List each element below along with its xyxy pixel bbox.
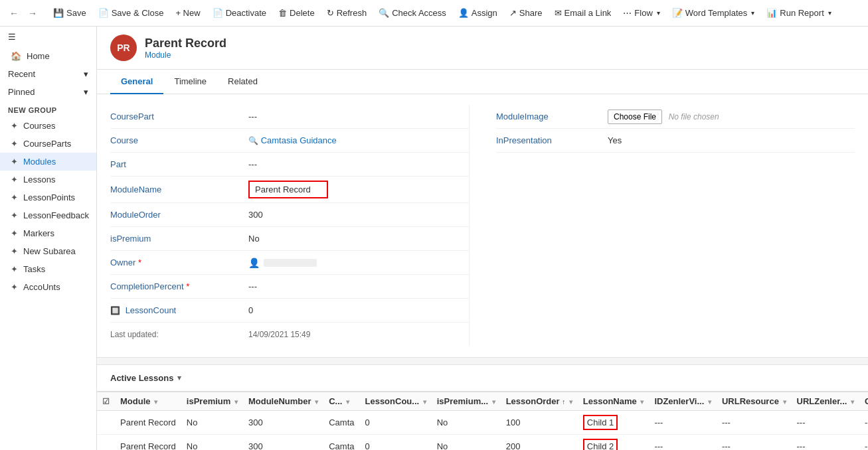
last-updated-label: Last updated: bbox=[110, 326, 243, 343]
course-row: Course 🔍 Camtasia Guidance bbox=[110, 129, 469, 153]
no-file-text: No file chosen bbox=[669, 112, 719, 121]
col-guid[interactable]: GUIDStrea... ▾ bbox=[859, 392, 868, 411]
lesson-count-info-icon: 🔲 bbox=[110, 306, 120, 315]
assign-button[interactable]: 👤 Assign bbox=[453, 5, 503, 21]
nav-back-button[interactable]: ← bbox=[5, 5, 23, 21]
part-row: Part --- bbox=[110, 153, 469, 177]
col-id-zenler[interactable]: IDZenlerVi... ▾ bbox=[649, 392, 717, 411]
sidebar-item-home[interactable]: 🏠 Home bbox=[0, 47, 96, 65]
save-icon: 💾 bbox=[53, 8, 64, 18]
sidebar-item-modules[interactable]: ✦ Modules bbox=[0, 153, 96, 171]
nav-forward-button[interactable]: → bbox=[24, 5, 41, 21]
tab-timeline[interactable]: Timeline bbox=[163, 70, 217, 94]
save-close-button[interactable]: 📄 Save & Close bbox=[93, 5, 169, 21]
choose-file-button[interactable]: Choose File bbox=[608, 110, 662, 124]
owner-value: 👤 bbox=[243, 254, 469, 272]
cell-c: Camta bbox=[323, 435, 359, 451]
sidebar-item-accounts[interactable]: ✦ AccoUnts bbox=[0, 278, 96, 296]
courses-icon: ✦ bbox=[11, 121, 18, 131]
module-name-highlighted[interactable]: Parent Record bbox=[248, 181, 328, 198]
col-url-zenler[interactable]: URLZenler... ▾ bbox=[792, 392, 859, 411]
sidebar: ☰ 🏠 Home Recent ▾ Pinned ▾ New Group ✦ C… bbox=[0, 27, 97, 450]
new-group-label: New Group bbox=[0, 101, 96, 117]
course-label: Course bbox=[110, 131, 243, 149]
lessons-icon: ✦ bbox=[11, 175, 18, 185]
active-lessons-chevron-icon[interactable]: ▾ bbox=[177, 374, 181, 382]
sidebar-item-lessons[interactable]: ✦ Lessons bbox=[0, 171, 96, 188]
in-presentation-label: InPresentation bbox=[496, 131, 602, 149]
main-layout: ☰ 🏠 Home Recent ▾ Pinned ▾ New Group ✦ C… bbox=[0, 27, 868, 450]
delete-button[interactable]: 🗑 Delete bbox=[273, 5, 320, 21]
cell-module: Parent Record bbox=[115, 411, 181, 435]
active-lessons-header: Active Lessons ▾ bbox=[97, 365, 868, 392]
col-lesson-order[interactable]: LessonOrder ▾ bbox=[501, 392, 578, 411]
cell-module-number: 300 bbox=[243, 411, 323, 435]
sidebar-item-new-subarea[interactable]: ✦ New Subarea bbox=[0, 242, 96, 260]
deactivate-button[interactable]: 📄 Deactivate bbox=[207, 5, 272, 21]
sidebar-item-tasks[interactable]: ✦ Tasks bbox=[0, 260, 96, 278]
sidebar-recent-header[interactable]: Recent ▾ bbox=[0, 65, 96, 83]
check-access-icon: 🔍 bbox=[379, 8, 389, 18]
record-header: PR Parent Record Module bbox=[97, 27, 868, 70]
lesson-count-value: 0 bbox=[243, 301, 469, 319]
sidebar-item-lesson-points[interactable]: ✦ LessonPoints bbox=[0, 188, 96, 206]
col-is-premium[interactable]: isPremium ▾ bbox=[181, 392, 243, 411]
col-c[interactable]: C... ▾ bbox=[323, 392, 359, 411]
col-url-resource[interactable]: URLResource ▾ bbox=[717, 392, 792, 411]
cell-url-zenler: --- bbox=[792, 411, 859, 435]
sidebar-item-lesson-feedback[interactable]: ✦ LessonFeedback bbox=[0, 206, 96, 224]
home-icon: 🏠 bbox=[11, 51, 21, 61]
tab-general[interactable]: General bbox=[110, 70, 163, 94]
run-report-icon: 📊 bbox=[766, 8, 777, 18]
refresh-button[interactable]: ↻ Refresh bbox=[321, 5, 373, 21]
course-part-label: CoursePart bbox=[110, 108, 243, 125]
check-access-button[interactable]: 🔍 Check Access bbox=[373, 5, 452, 21]
module-col-arrow: ▾ bbox=[154, 398, 157, 406]
sidebar-item-markers[interactable]: ✦ Markers bbox=[0, 224, 96, 242]
sidebar-pinned-header[interactable]: Pinned ▾ bbox=[0, 83, 96, 101]
col-check: ☑ bbox=[97, 392, 115, 411]
tab-related[interactable]: Related bbox=[217, 70, 268, 94]
lesson-count-label: 🔲 LessonCount bbox=[110, 301, 243, 319]
section-divider bbox=[97, 357, 868, 365]
owner-icon: 👤 bbox=[248, 258, 260, 268]
flow-icon: ⋯ bbox=[623, 8, 632, 18]
course-link[interactable]: Camtasia Guidance bbox=[261, 135, 337, 145]
url-zenler-col-arrow: ▾ bbox=[851, 398, 854, 406]
share-button[interactable]: ↗ Share bbox=[504, 5, 548, 21]
run-report-button[interactable]: 📊 Run Report ▾ bbox=[761, 5, 836, 21]
email-icon: ✉ bbox=[555, 8, 562, 18]
col-module[interactable]: Module ▾ bbox=[115, 392, 181, 411]
sidebar-hamburger[interactable]: ☰ bbox=[0, 27, 96, 47]
avatar: PR bbox=[110, 35, 137, 61]
col-lesson-name[interactable]: LessonName ▾ bbox=[578, 392, 650, 411]
word-templates-button[interactable]: 📝 Word Templates ▾ bbox=[667, 5, 760, 21]
new-button[interactable]: + New bbox=[170, 5, 205, 21]
checkbox-icon[interactable]: ☑ bbox=[102, 397, 110, 406]
c-col-arrow: ▾ bbox=[346, 398, 349, 406]
save-button[interactable]: 💾 Save bbox=[48, 5, 92, 21]
nav-buttons: ← → bbox=[5, 5, 41, 21]
cell-lesson-order: 200 bbox=[501, 435, 578, 451]
col-is-premium2[interactable]: isPremium... ▾ bbox=[432, 392, 501, 411]
tabs: General Timeline Related bbox=[97, 70, 868, 94]
email-link-button[interactable]: ✉ Email a Link bbox=[549, 5, 617, 21]
is-premium2-col-arrow: ▾ bbox=[492, 398, 495, 406]
col-lesson-count[interactable]: LessonCou... ▾ bbox=[359, 392, 431, 411]
word-templates-dropdown-arrow: ▾ bbox=[751, 9, 754, 17]
module-name-value: Parent Record bbox=[243, 177, 469, 202]
sidebar-item-courses[interactable]: ✦ Courses bbox=[0, 117, 96, 135]
col-module-number[interactable]: ModuleNumber ▾ bbox=[243, 392, 323, 411]
sidebar-item-course-parts[interactable]: ✦ CourseParts bbox=[0, 135, 96, 153]
id-zenler-col-arrow: ▾ bbox=[708, 398, 711, 406]
table-header: ☑ Module ▾ isPremium ▾ ModuleN bbox=[97, 392, 868, 411]
module-image-label: ModuleImage bbox=[496, 108, 602, 125]
flow-button[interactable]: ⋯ Flow ▾ bbox=[618, 5, 665, 21]
cell-is-premium2: No bbox=[432, 411, 501, 435]
hamburger-icon: ☰ bbox=[8, 32, 16, 42]
course-value: 🔍 Camtasia Guidance bbox=[243, 131, 469, 149]
in-presentation-value: Yes bbox=[602, 131, 855, 149]
completion-percent-row: CompletionPercent --- bbox=[110, 275, 469, 299]
is-premium-row: isPremium No bbox=[110, 227, 469, 251]
course-part-row: CoursePart --- bbox=[110, 105, 469, 129]
